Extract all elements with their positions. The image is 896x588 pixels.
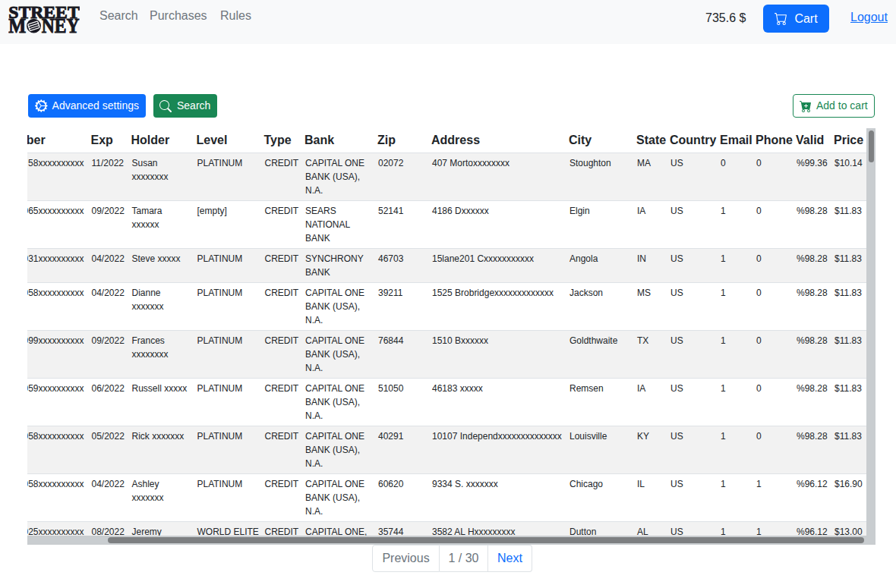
svg-text:NEY: NEY	[42, 14, 80, 33]
svg-text:M: M	[8, 14, 26, 33]
